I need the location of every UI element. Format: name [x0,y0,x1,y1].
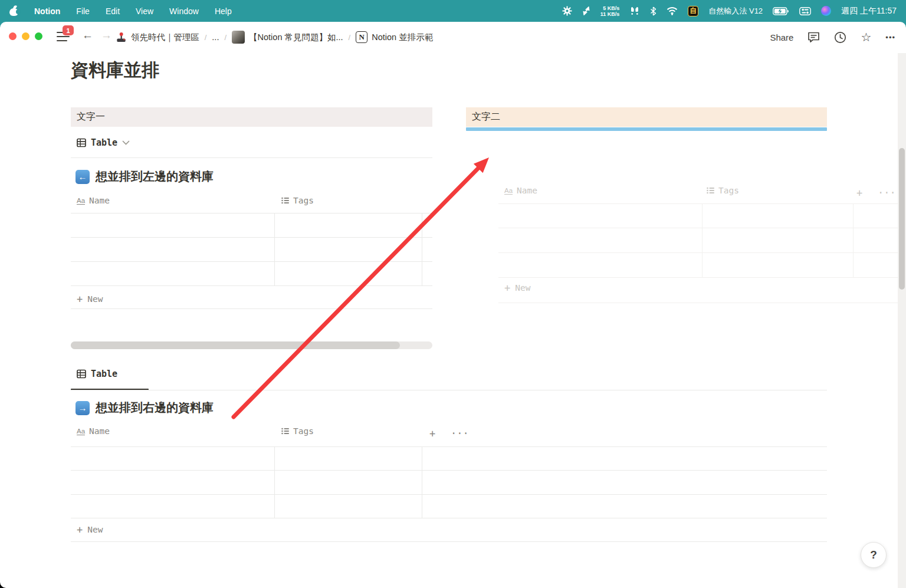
left-arrow-emoji: ← [76,170,90,184]
left-column-header-tags[interactable]: Tags [281,196,314,205]
table-row[interactable] [71,446,827,470]
page-content: 資料庫並排 文字一 文字二 Table ← 想並排到左邊的資料庫 Aa [0,52,906,588]
resize-arrows-icon[interactable] [582,6,590,15]
bottom-view-tab-table[interactable]: Table [77,369,117,379]
text-block-one[interactable]: 文字一 [71,107,432,127]
plus-icon: + [77,293,83,305]
right-column-header-tags[interactable]: Tags [707,186,739,195]
menu-app-name[interactable]: Notion [34,6,60,16]
breadcrumb-separator: / [205,33,207,42]
page-avatar-icon [232,31,245,44]
network-speed-indicator[interactable]: 5 KB/s 11 KB/s [600,5,620,17]
zoom-window-button[interactable] [35,32,42,40]
notification-badge: 1 [63,25,74,35]
more-options-icon[interactable]: ••• [885,33,895,42]
table-row[interactable] [71,470,827,494]
left-tab-divider [71,157,432,158]
plus-icon: + [77,524,83,536]
airpods-icon[interactable] [629,6,640,15]
bottom-tab-divider [71,390,827,390]
comments-icon[interactable] [807,31,820,43]
favorite-star-icon[interactable]: ☆ [861,31,871,43]
share-button[interactable]: Share [770,32,793,42]
drag-drop-indicator [466,127,827,131]
bottom-new-row-button[interactable]: + New [77,524,103,536]
breadcrumb-separator: / [349,33,351,42]
bottom-add-column-icon[interactable]: + [429,428,435,439]
back-icon[interactable]: ← [82,29,93,42]
input-method-label[interactable]: 自然輸入法 V12 [708,6,763,17]
bottom-column-header-tags[interactable]: Tags [281,426,314,436]
menu-window[interactable]: Window [169,6,199,16]
breadcrumb-parent-page[interactable]: 【Notion 常見問題】如... [232,31,343,44]
plus-icon: + [504,282,510,294]
breadcrumb-collapsed[interactable]: ... [212,32,219,42]
table-row[interactable] [498,252,898,277]
table-icon [77,369,86,379]
menu-view[interactable]: View [136,6,153,16]
menu-help[interactable]: Help [215,6,232,16]
bottom-database-title[interactable]: → 想並排到右邊的資料庫 [76,400,214,416]
table-row[interactable] [498,203,898,228]
table-row[interactable] [71,237,432,261]
right-column-header-name[interactable]: Aa Name [504,186,537,195]
menu-file[interactable]: File [76,6,90,16]
aa-icon: Aa [77,428,85,435]
joystick-icon [116,32,127,43]
menubar-clock[interactable]: 週四 上午11:57 [841,6,897,17]
chevron-down-icon [122,140,130,145]
tags-list-icon [281,197,289,204]
minimize-window-button[interactable] [22,32,29,40]
aa-icon: Aa [504,187,513,195]
horizontal-scrollbar-thumb[interactable] [71,341,400,349]
tags-list-icon [707,187,714,194]
left-column-header-name[interactable]: Aa Name [77,196,110,205]
table-icon [77,138,86,147]
text-block-two[interactable]: 文字二 [466,107,827,127]
left-view-tab-table[interactable]: Table [77,137,130,148]
left-database-title[interactable]: ← 想並排到左邊的資料庫 [76,169,214,185]
breadcrumb-workspace[interactable]: 領先時代｜管理區 [116,32,199,43]
window-title-bar: 1 ← → 領先時代｜管理區 / ... / 【Notion 常見問題】如...… [0,22,906,52]
bottom-more-options-icon[interactable]: ··· [451,428,469,439]
bottom-column-header-name[interactable]: Aa Name [77,426,110,436]
table-row[interactable] [71,494,827,518]
vertical-scrollbar-thumb[interactable] [899,148,905,290]
page-title[interactable]: 資料庫並排 [71,58,159,83]
macos-menu-bar: Notion File Edit View Window Help 5 KB/s… [0,0,906,22]
right-more-options-icon[interactable]: ··· [878,187,896,199]
table-row[interactable] [498,228,898,252]
tags-list-icon [281,428,289,435]
siri-icon[interactable] [821,6,831,16]
breadcrumb: 領先時代｜管理區 / ... / 【Notion 常見問題】如... / N N… [116,22,433,52]
table-row[interactable] [71,213,432,237]
wifi-icon[interactable] [667,6,678,15]
bluetooth-icon[interactable] [650,6,656,16]
forward-icon[interactable]: → [101,29,112,42]
help-button[interactable]: ? [861,542,887,568]
horizontal-scrollbar[interactable] [71,341,432,349]
right-new-row-button[interactable]: + New [504,282,530,294]
apple-menu-icon[interactable] [9,6,18,16]
aa-icon: Aa [77,197,85,205]
gear-icon[interactable] [562,6,572,16]
right-add-column-icon[interactable]: + [856,187,862,199]
notion-logo-icon: N [356,31,367,43]
breadcrumb-separator: / [224,33,226,42]
menu-edit[interactable]: Edit [106,6,120,16]
close-window-button[interactable] [9,32,17,40]
right-arrow-emoji: → [76,401,90,415]
control-center-icon[interactable] [799,7,811,15]
left-new-row-button[interactable]: + New [77,293,103,305]
vertical-scrollbar[interactable] [898,53,906,588]
notion-window: 1 ← → 領先時代｜管理區 / ... / 【Notion 常見問題】如...… [0,22,906,588]
breadcrumb-current-page[interactable]: N Notion 並排示範 [356,31,433,43]
input-method-icon[interactable]: 自 [688,6,698,17]
updates-clock-icon[interactable] [834,31,846,44]
table-row[interactable] [71,261,432,285]
battery-icon[interactable] [773,7,789,15]
